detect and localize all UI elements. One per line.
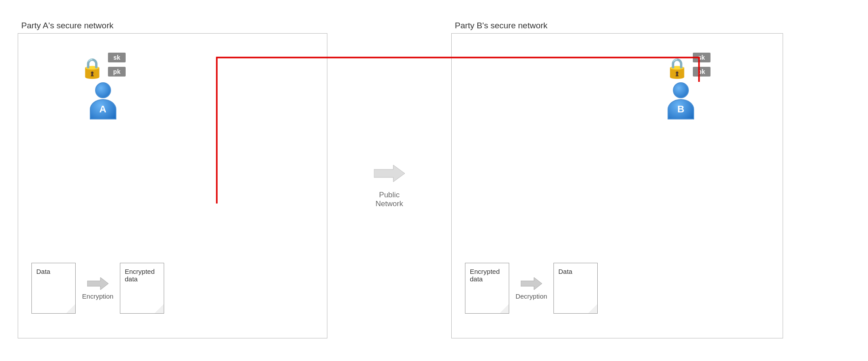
public-network-label2: Network <box>376 200 403 208</box>
lock-icon-b: 🔒 <box>665 58 689 78</box>
data-doc-b: Data <box>553 263 598 314</box>
svg-marker-2 <box>521 277 542 290</box>
avatar-a-head <box>95 82 111 98</box>
encrypted-doc-b: Encrypted data <box>465 263 509 314</box>
hollow-arrow-decryption <box>521 277 542 291</box>
encrypted-doc-icon-a: Encrypted data <box>120 263 164 314</box>
sk-badge-a: sk <box>108 53 126 62</box>
main-container: Party A's secure network 🔒 sk pk A <box>0 0 868 361</box>
party-b-docs: Encrypted data Decryption Data <box>465 263 598 314</box>
party-a-docs: Data Encryption Encrypted data <box>31 263 164 314</box>
data-doc-icon-a: Data <box>31 263 76 314</box>
data-doc-text-a: Data <box>32 263 75 280</box>
avatar-b: B <box>663 82 699 122</box>
public-network-arrow: Public Network <box>374 163 405 208</box>
hollow-arrow-encryption <box>87 277 108 291</box>
party-b-keys: 🔒 sk pk B <box>663 51 712 122</box>
party-a-network-label: Party A's secure network <box>21 21 114 31</box>
avatar-a: A <box>85 82 121 122</box>
decryption-arrow-b: Decryption <box>514 277 549 300</box>
party-b-box: 🔒 sk pk B <box>451 33 783 338</box>
sk-badge-b: sk <box>693 53 711 62</box>
avatar-a-body: A <box>90 99 116 119</box>
encryption-label: Encryption <box>82 292 114 300</box>
decryption-label: Decryption <box>515 292 547 300</box>
encrypted-doc-text-a: Encrypted data <box>120 263 164 287</box>
avatar-a-label: A <box>100 104 107 115</box>
pk-badge-b: pk <box>693 67 711 77</box>
public-network-label1: Public <box>376 191 403 200</box>
party-a-keys: 🔒 sk pk A <box>80 51 126 122</box>
svg-marker-0 <box>87 277 108 290</box>
svg-marker-1 <box>374 165 405 182</box>
public-network: Public Network <box>345 33 434 338</box>
data-doc-icon-b: Data <box>553 263 598 314</box>
encrypted-doc-a: Encrypted data <box>120 263 164 314</box>
lock-icon-a: 🔒 <box>80 58 104 78</box>
data-doc-text-b: Data <box>554 263 597 280</box>
encryption-arrow-a: Encryption <box>80 277 115 300</box>
party-a-section: Party A's secure network 🔒 sk pk A <box>18 33 327 338</box>
avatar-b-head <box>673 82 689 98</box>
party-b-network-label: Party B's secure network <box>455 21 548 31</box>
avatar-b-label: B <box>677 104 684 115</box>
public-network-arrow-svg <box>374 163 405 184</box>
party-a-box: 🔒 sk pk A <box>18 33 327 338</box>
encrypted-doc-text-b: Encrypted data <box>465 263 509 287</box>
pk-badge-a: pk <box>108 67 126 77</box>
avatar-b-body: B <box>668 99 694 119</box>
data-doc-a: Data <box>31 263 76 314</box>
encrypted-doc-icon-b: Encrypted data <box>465 263 509 314</box>
party-b-section: Party B's secure network 🔒 sk pk B <box>451 33 850 338</box>
